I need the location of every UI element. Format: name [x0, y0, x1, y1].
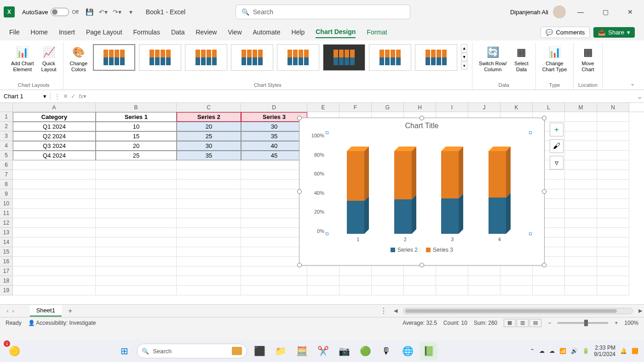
cell-L18[interactable] [533, 276, 565, 286]
chrome-icon[interactable]: 🌐 [399, 342, 416, 360]
undo-button[interactable]: ↶▾ [98, 6, 109, 17]
cell-H18[interactable] [404, 276, 436, 286]
row-header-16[interactable]: 16 [0, 257, 13, 266]
cell-B2[interactable]: 10 [96, 122, 177, 131]
status-accessibility[interactable]: 👤 Accessibility: Investigate [28, 320, 96, 326]
cell-N15[interactable] [597, 247, 629, 257]
search-box[interactable]: 🔍 Search [236, 5, 410, 19]
cell-A15[interactable] [13, 247, 96, 257]
chart-resize-handle[interactable] [297, 189, 302, 194]
cell-B11[interactable] [96, 209, 177, 218]
chart-bar-4[interactable] [489, 151, 511, 234]
cell-M11[interactable] [565, 209, 597, 218]
zoom-out-button[interactable]: − [548, 320, 551, 326]
cell-M1[interactable] [565, 112, 597, 122]
autosave-toggle[interactable]: AutoSave Off [22, 8, 79, 16]
camera-icon[interactable]: 📷 [335, 342, 353, 360]
cell-C1[interactable]: Series 2 [177, 112, 241, 122]
sheet-tab-options[interactable]: ⋮ [375, 306, 392, 315]
cell-B14[interactable] [96, 238, 177, 247]
cell-I17[interactable] [436, 266, 468, 276]
chart-plot-area[interactable]: 100%80%60%40%20%0% [327, 133, 530, 234]
cell-B4[interactable]: 20 [96, 141, 177, 151]
row-header-1[interactable]: 1 [0, 112, 13, 122]
cell-G17[interactable] [372, 266, 404, 276]
chart-resize-handle[interactable] [297, 116, 302, 120]
cell-D10[interactable] [241, 199, 307, 209]
col-header-D[interactable]: D [241, 103, 307, 112]
tray-volume-icon[interactable]: 🔊 [571, 348, 578, 354]
row-header-4[interactable]: 4 [0, 141, 13, 151]
cell-D14[interactable] [241, 238, 307, 247]
tab-formulas[interactable]: Formulas [133, 27, 160, 38]
chart-resize-handle[interactable] [542, 189, 546, 194]
tray-wifi-icon[interactable]: 📶 [559, 348, 566, 354]
plot-resize-handle[interactable] [326, 131, 328, 134]
embedded-chart[interactable]: Chart Title 100%80%60%40%20%0% 1234 Seri… [299, 118, 545, 266]
cell-C13[interactable] [177, 228, 241, 238]
cell-I19[interactable] [436, 286, 468, 295]
name-box[interactable]: Chart 1▾ [0, 93, 51, 100]
cell-J19[interactable] [468, 286, 500, 295]
taskbar-clock[interactable]: 2:33 PM 9/1/2024 [594, 345, 615, 358]
cell-B12[interactable] [96, 218, 177, 228]
cell-M10[interactable] [565, 199, 597, 209]
excel-taskbar-icon[interactable]: 📗 [420, 342, 437, 360]
cell-B10[interactable] [96, 199, 177, 209]
cell-N4[interactable] [597, 141, 629, 151]
cell-D3[interactable]: 35 [241, 131, 307, 141]
col-header-G[interactable]: G [372, 103, 404, 112]
row-header-15[interactable]: 15 [0, 247, 13, 257]
cell-C6[interactable] [177, 160, 241, 170]
col-header-H[interactable]: H [404, 103, 436, 112]
tab-home[interactable]: Home [31, 27, 48, 38]
cell-N16[interactable] [597, 257, 629, 266]
tray-battery-icon[interactable]: 🔋 [582, 348, 589, 354]
cell-N14[interactable] [597, 238, 629, 247]
cell-B15[interactable] [96, 247, 177, 257]
cell-A7[interactable] [13, 170, 96, 180]
cell-C18[interactable] [177, 276, 241, 286]
tab-format[interactable]: Format [367, 27, 387, 38]
cell-A14[interactable] [13, 238, 96, 247]
cell-N7[interactable] [597, 170, 629, 180]
select-data-button[interactable]: ▦ Select Data [512, 44, 531, 74]
chart-style-6[interactable] [323, 44, 365, 71]
hscroll-left[interactable]: ◀ [392, 308, 399, 314]
cell-M17[interactable] [565, 266, 597, 276]
row-header-7[interactable]: 7 [0, 170, 13, 180]
share-button[interactable]: 📤 Share ▾ [593, 27, 635, 38]
tab-chart-design[interactable]: Chart Design [316, 26, 356, 38]
zoom-in-button[interactable]: + [615, 320, 618, 326]
cell-E17[interactable] [307, 266, 339, 276]
chart-style-4[interactable] [231, 44, 273, 71]
tab-view[interactable]: View [228, 27, 242, 38]
tab-insert[interactable]: Insert [59, 27, 75, 38]
cell-M7[interactable] [565, 170, 597, 180]
cell-C8[interactable] [177, 180, 241, 189]
cell-D15[interactable] [241, 247, 307, 257]
cell-C12[interactable] [177, 218, 241, 228]
sheet-tab-sheet1[interactable]: Sheet1 [30, 305, 62, 317]
select-all-corner[interactable] [0, 103, 13, 112]
tray-onedrive-icon[interactable]: ☁ [539, 348, 545, 354]
cell-M12[interactable] [565, 218, 597, 228]
row-header-10[interactable]: 10 [0, 199, 13, 209]
cell-B16[interactable] [96, 257, 177, 266]
tab-page-layout[interactable]: Page Layout [86, 27, 122, 38]
cell-C4[interactable]: 30 [177, 141, 241, 151]
chart-resize-handle[interactable] [420, 263, 424, 267]
sheet-nav-prev[interactable]: ‹ [6, 307, 8, 314]
chart-bar-1[interactable] [347, 151, 369, 234]
chart-resize-handle[interactable] [420, 116, 424, 120]
cell-A18[interactable] [13, 276, 96, 286]
chart-style-2[interactable] [139, 44, 181, 71]
horizontal-scrollbar[interactable] [403, 308, 633, 314]
cell-N8[interactable] [597, 180, 629, 189]
row-header-5[interactable]: 5 [0, 151, 13, 160]
cell-D19[interactable] [241, 286, 307, 295]
cell-A12[interactable] [13, 218, 96, 228]
chart-resize-handle[interactable] [542, 263, 546, 267]
cell-N5[interactable] [597, 151, 629, 160]
add-sheet-button[interactable]: + [62, 307, 79, 315]
